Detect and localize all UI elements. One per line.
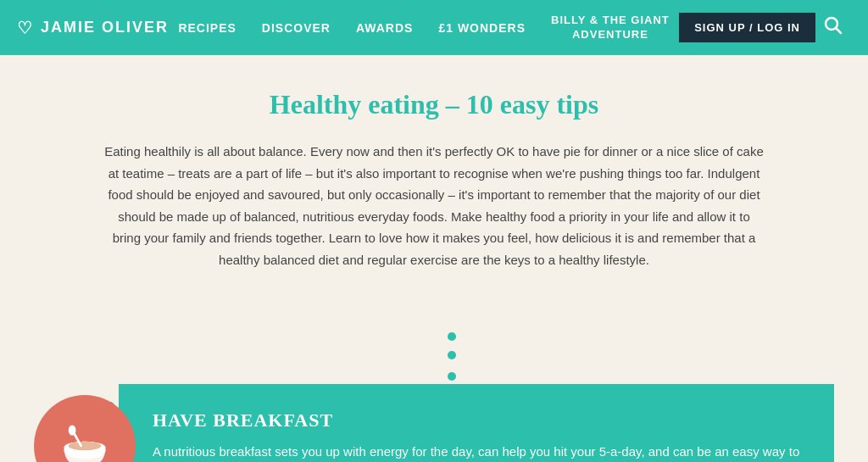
search-button[interactable] [815, 16, 851, 40]
search-icon [824, 16, 843, 35]
breakfast-card: HAVE BREAKFAST A nutritious breakfast se… [119, 384, 834, 462]
svg-point-22 [448, 351, 456, 359]
svg-point-23 [448, 332, 456, 341]
intro-paragraph: Eating healthily is all about balance. E… [103, 141, 765, 270]
logo[interactable]: ♡ JAMIE OLIVER [17, 18, 169, 38]
nav-discover[interactable]: DISCOVER [262, 21, 331, 35]
main-nav: RECIPES DISCOVER AWARDS £1 WONDERS BILLY… [169, 14, 679, 42]
billy-adventure-button[interactable]: BILLY & THE GIANT ADVENTURE [551, 14, 670, 42]
nav-recipes[interactable]: RECIPES [178, 21, 236, 35]
tip-title: HAVE BREAKFAST [153, 409, 800, 431]
signup-button[interactable]: SIGN UP / LOG IN [679, 13, 815, 42]
tip-description: A nutritious breakfast sets you up with … [153, 442, 800, 462]
tips-section: HAVE BREAKFAST A nutritious breakfast se… [0, 296, 868, 462]
svg-point-32 [69, 426, 76, 436]
breakfast-section: HAVE BREAKFAST A nutritious breakfast se… [0, 384, 868, 462]
main-content: Healthy eating – 10 easy tips Eating hea… [0, 55, 868, 270]
svg-point-30 [69, 442, 102, 451]
svg-line-1 [837, 28, 842, 33]
logo-text: JAMIE OLIVER [41, 19, 169, 36]
page-title: Healthy eating – 10 easy tips [102, 89, 766, 120]
nav-1pound[interactable]: £1 WONDERS [438, 21, 526, 35]
svg-point-21 [448, 372, 456, 381]
bowl-icon [55, 416, 114, 462]
heart-icon: ♡ [17, 18, 34, 38]
nav-awards[interactable]: AWARDS [356, 21, 413, 35]
